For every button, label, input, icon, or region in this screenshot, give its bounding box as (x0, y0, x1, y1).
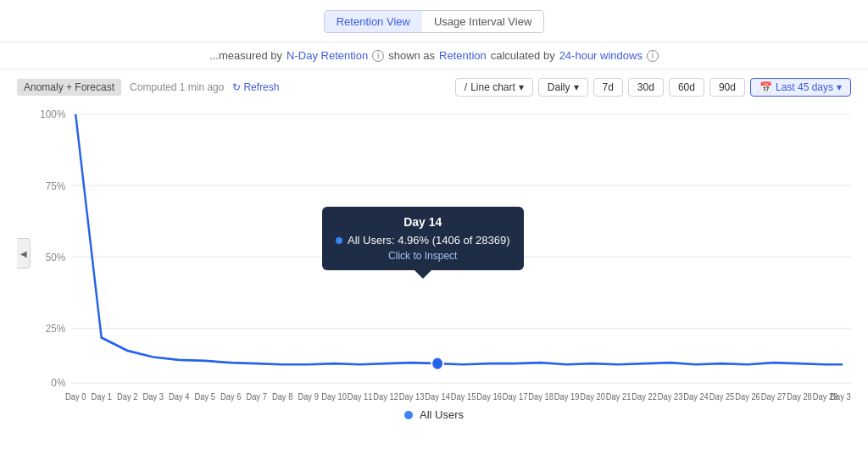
svg-text:Day 16: Day 16 (476, 391, 502, 402)
retention-link[interactable]: Retention (439, 49, 487, 62)
svg-text:Day 26: Day 26 (735, 391, 760, 402)
refresh-icon: ↻ (232, 81, 241, 93)
svg-text:Day 30: Day 30 (830, 391, 851, 402)
svg-text:Day 27: Day 27 (761, 391, 787, 402)
svg-text:Day 6: Day 6 (220, 391, 242, 402)
view-toggle: Retention View Usage Interval View (324, 10, 545, 33)
view-toggle-bar: Retention View Usage Interval View (0, 0, 868, 42)
measured-bar: ...measured by N-Day Retention i shown a… (0, 42, 868, 69)
svg-text:Day 9: Day 9 (298, 391, 319, 402)
chart-area: ◀ 100% 75% 50% 25% 0% Day 0 Day 1 Day 2 (17, 105, 851, 402)
svg-text:Day 20: Day 20 (580, 391, 605, 402)
svg-text:100%: 100% (40, 108, 65, 121)
svg-text:25%: 25% (46, 322, 66, 335)
svg-text:Day 15: Day 15 (451, 391, 476, 402)
svg-text:0%: 0% (51, 377, 65, 390)
sidebar-collapse-arrow[interactable]: ◀ (17, 238, 31, 269)
svg-text:Day 1: Day 1 (91, 391, 112, 402)
svg-text:Day 11: Day 11 (348, 391, 373, 402)
svg-text:Day 0: Day 0 (65, 391, 86, 402)
svg-text:50%: 50% (46, 251, 66, 263)
nday-info-icon[interactable]: i (372, 50, 384, 62)
last-45-chevron: ▾ (837, 81, 842, 93)
svg-text:Day 19: Day 19 (554, 391, 580, 402)
svg-text:Day 22: Day 22 (632, 391, 657, 402)
svg-text:Day 17: Day 17 (503, 391, 528, 402)
svg-text:Day 23: Day 23 (658, 391, 683, 402)
range-60d-btn[interactable]: 60d (669, 78, 704, 97)
range-30d-btn[interactable]: 30d (628, 78, 664, 97)
svg-text:Day 7: Day 7 (246, 391, 266, 402)
chart-legend: All Users (17, 402, 851, 431)
svg-text:Day 2: Day 2 (117, 391, 137, 402)
usage-interval-view-btn[interactable]: Usage Interval View (422, 11, 543, 32)
svg-text:Day 4: Day 4 (169, 391, 190, 402)
daily-label: Daily (548, 81, 570, 93)
legend-label-all-users: All Users (420, 408, 464, 421)
svg-text:Day 5: Day 5 (194, 391, 215, 402)
svg-text:Day 12: Day 12 (373, 391, 398, 402)
svg-text:Day 24: Day 24 (683, 391, 709, 402)
chart-toolbar: Anomaly + Forecast Computed 1 min ago ↻ … (17, 78, 851, 97)
refresh-label: Refresh (243, 81, 279, 93)
svg-text:Day 10: Day 10 (321, 391, 347, 402)
last-45-days-btn[interactable]: 📅 Last 45 days ▾ (750, 78, 851, 97)
toolbar-right: / Line chart ▾ Daily ▾ 7d 30d 60d 90d 📅 … (455, 78, 851, 97)
refresh-button[interactable]: ↻ Refresh (232, 81, 279, 93)
svg-text:Day 3: Day 3 (142, 391, 164, 402)
toolbar-left: Anomaly + Forecast Computed 1 min ago ↻ … (17, 79, 279, 96)
daily-btn[interactable]: Daily ▾ (538, 78, 588, 97)
svg-text:Day 28: Day 28 (787, 391, 812, 402)
nday-retention-link[interactable]: N-Day Retention (287, 49, 368, 62)
chart-svg: 100% 75% 50% 25% 0% Day 0 Day 1 Day 2 Da… (34, 105, 851, 402)
range-7d-btn[interactable]: 7d (593, 78, 623, 97)
line-chart-label: Line chart (470, 81, 515, 93)
line-chart-chevron: ▾ (519, 81, 524, 93)
active-data-point[interactable] (431, 357, 443, 370)
anomaly-badge: Anomaly + Forecast (17, 79, 121, 96)
svg-text:Day 14: Day 14 (425, 391, 450, 402)
windows-link[interactable]: 24-hour windows (559, 49, 643, 62)
calendar-icon: 📅 (760, 81, 772, 93)
line-chart-icon: / (465, 81, 467, 93)
windows-info-icon[interactable]: i (647, 50, 659, 62)
legend-dot-all-users (404, 411, 413, 419)
range-90d-btn[interactable]: 90d (709, 78, 745, 97)
measured-prefix: ...measured by (209, 49, 282, 62)
svg-text:Day 18: Day 18 (528, 391, 554, 402)
retention-view-btn[interactable]: Retention View (324, 10, 423, 33)
daily-chevron: ▾ (574, 81, 579, 93)
svg-text:Day 13: Day 13 (399, 391, 425, 402)
shown-as-label: shown as (388, 49, 435, 62)
svg-text:75%: 75% (46, 180, 66, 192)
svg-text:Day 8: Day 8 (272, 391, 293, 402)
calculated-by-label: calculated by (491, 49, 555, 62)
last-45-days-label: Last 45 days (776, 81, 833, 93)
chart-section: Anomaly + Forecast Computed 1 min ago ↻ … (0, 69, 868, 431)
computed-text: Computed 1 min ago (130, 81, 224, 93)
svg-text:Day 21: Day 21 (606, 391, 632, 402)
line-chart-btn[interactable]: / Line chart ▾ (455, 78, 533, 97)
svg-text:Day 25: Day 25 (709, 391, 735, 402)
